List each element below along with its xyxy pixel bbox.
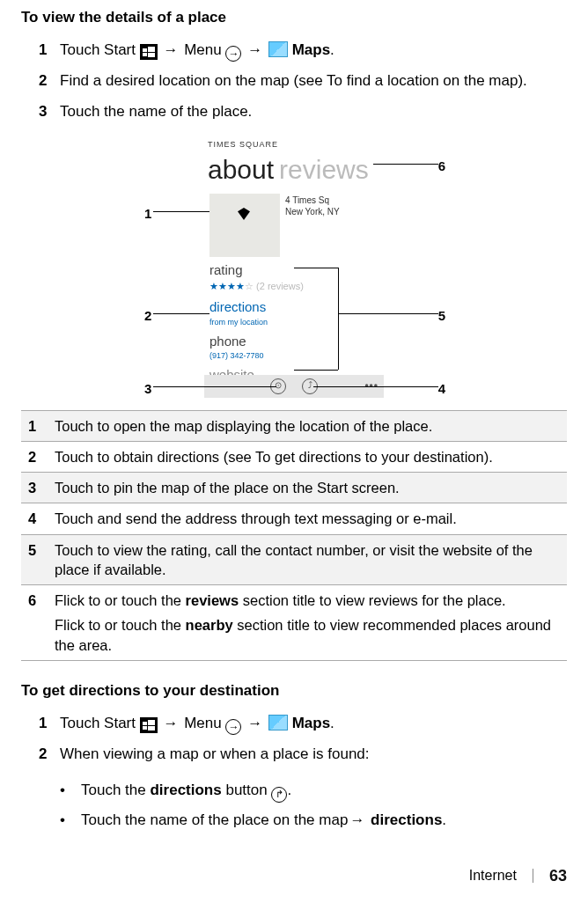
steps-list-1: 1 Touch Start → Menu → → Maps. 2 Find a …: [21, 40, 567, 123]
row-num: 2: [21, 441, 48, 472]
maps-label: Maps: [292, 41, 330, 58]
leader-1: [153, 211, 209, 212]
callout-6: 6: [438, 157, 445, 176]
r6-t1c: section title to view reviews for the pl…: [239, 592, 506, 608]
table-row: 6 Flick to or touch the reviews section …: [21, 585, 567, 661]
period: .: [330, 715, 334, 731]
table-row: 4 Touch and send the address through tex…: [21, 503, 567, 534]
row-desc: Touch to pin the map of the place on the…: [48, 473, 567, 503]
callout-table: 1 Touch to open the map displaying the l…: [21, 410, 567, 661]
annotated-screenshot: TIMES SQUARE about reviews 4 Times Sq Ne…: [109, 137, 479, 398]
callout-3: 3: [144, 379, 151, 399]
table-row: 5 Touch to view the rating, call the con…: [21, 534, 567, 585]
row-desc: Touch to open the map displaying the loc…: [48, 410, 567, 441]
table-row: 2 Touch to obtain directions (see To get…: [21, 441, 567, 472]
bullet-content: Touch the name of the place on the map→ …: [81, 810, 446, 832]
step-number: 3: [39, 101, 60, 123]
callout-4: 4: [438, 379, 445, 399]
map-thumbnail: [209, 194, 280, 257]
svg-rect-2: [143, 53, 147, 56]
tab-reviews: reviews: [279, 150, 369, 189]
b1-c: button: [222, 782, 272, 798]
directions-button-icon: ↱: [271, 787, 287, 803]
bullet-item: • Touch the directions button ↱.: [60, 780, 567, 803]
b1-directions-word: directions: [150, 782, 221, 798]
menu-arrow-icon: →: [225, 719, 241, 735]
bullet-content: Touch the directions button ↱.: [81, 780, 291, 803]
section-title-get-directions: To get directions to your destination: [21, 680, 567, 702]
leader-5t: [294, 268, 338, 268]
table-row: 3 Touch to pin the map of the place on t…: [21, 473, 567, 503]
rating-sub: (2 reviews): [256, 281, 304, 291]
step-text: Touch Start: [60, 715, 140, 731]
menu-arrow-icon: →: [225, 46, 241, 62]
phone-sub: (917) 342-7780: [209, 350, 379, 362]
start-icon: [140, 717, 158, 733]
steps-list-2: 1 Touch Start → Menu → → Maps. 2 When vi…: [21, 713, 567, 766]
row-desc: Touch and send the address through text …: [48, 503, 567, 534]
svg-rect-3: [148, 53, 155, 57]
step-2: 2 When viewing a map or when a place is …: [39, 744, 567, 766]
step-content: Touch Start → Menu → → Maps.: [60, 40, 567, 62]
phone-label: phone: [209, 332, 379, 351]
bullet-list: • Touch the directions button ↱. • Touch…: [21, 780, 567, 832]
rating-stars: ★★★★☆ (2 reviews): [209, 280, 379, 294]
menu-label: Menu: [184, 41, 225, 58]
row-desc: Flick to or touch the reviews section ti…: [48, 585, 567, 661]
addr-line2: New York, NY: [285, 207, 340, 218]
addr-line1: 4 Times Sq: [285, 195, 340, 207]
svg-rect-4: [143, 722, 147, 725]
arrow-icon: →: [349, 810, 364, 832]
arrow-icon: →: [247, 713, 262, 735]
address-text: 4 Times Sq New York, NY: [285, 194, 340, 257]
step-1: 1 Touch Start → Menu → → Maps.: [39, 40, 567, 62]
step-2: 2 Find a desired location on the map (se…: [39, 70, 567, 92]
b1-d: .: [287, 782, 291, 798]
r6-t2a: Flick to or touch the: [55, 617, 186, 633]
step-content: When viewing a map or when a place is fo…: [60, 744, 567, 766]
b2-c: .: [442, 811, 446, 828]
svg-rect-5: [148, 720, 155, 725]
callout-5: 5: [438, 306, 445, 326]
arrow-icon: →: [247, 40, 262, 62]
bullet-item: • Touch the name of the place on the map…: [60, 810, 567, 832]
phone-section: phone (917) 342-7780: [204, 328, 384, 363]
svg-rect-6: [143, 726, 147, 730]
row-num: 4: [21, 503, 48, 534]
b2-a: Touch the name of the place on the map: [81, 811, 348, 828]
step-number: 1: [39, 40, 60, 62]
row-num: 1: [21, 410, 48, 441]
location-label: TIMES SQUARE: [204, 137, 384, 150]
footer-section: Internet: [469, 865, 517, 885]
page-footer: Internet 63: [469, 864, 567, 887]
rating-section: rating ★★★★☆ (2 reviews): [204, 257, 384, 294]
step-content: Touch the name of the place.: [60, 101, 567, 123]
step-text: Touch Start: [60, 41, 140, 58]
leader-5h: [338, 313, 438, 314]
step-3: 3 Touch the name of the place.: [39, 101, 567, 123]
directions-sub: from my location: [209, 317, 379, 328]
row-num: 5: [21, 534, 48, 585]
step-1: 1 Touch Start → Menu → → Maps.: [39, 713, 567, 736]
rating-label: rating: [209, 261, 379, 280]
directions-section: directions from my location: [204, 294, 384, 328]
leader-4: [313, 386, 438, 387]
arrow-icon: →: [163, 713, 178, 735]
table-row: 1 Touch to open the map displaying the l…: [21, 410, 567, 441]
row-desc: Touch to view the rating, call the conta…: [48, 534, 567, 585]
maps-icon: [268, 41, 288, 57]
period: .: [330, 41, 334, 58]
leader-6: [373, 164, 438, 165]
svg-rect-1: [148, 47, 155, 52]
b2-directions-word: directions: [366, 811, 442, 828]
maps-label: Maps: [292, 715, 330, 731]
row-num: 6: [21, 585, 48, 661]
step-content: Touch Start → Menu → → Maps.: [60, 713, 567, 736]
leader-5v: [338, 268, 339, 370]
leader-5b: [294, 370, 338, 371]
maps-icon: [268, 715, 288, 730]
callout-1: 1: [144, 204, 151, 224]
row-desc: Touch to obtain directions (see To get d…: [48, 441, 567, 472]
tabs-row: about reviews: [204, 150, 384, 189]
tab-about: about: [208, 150, 274, 189]
